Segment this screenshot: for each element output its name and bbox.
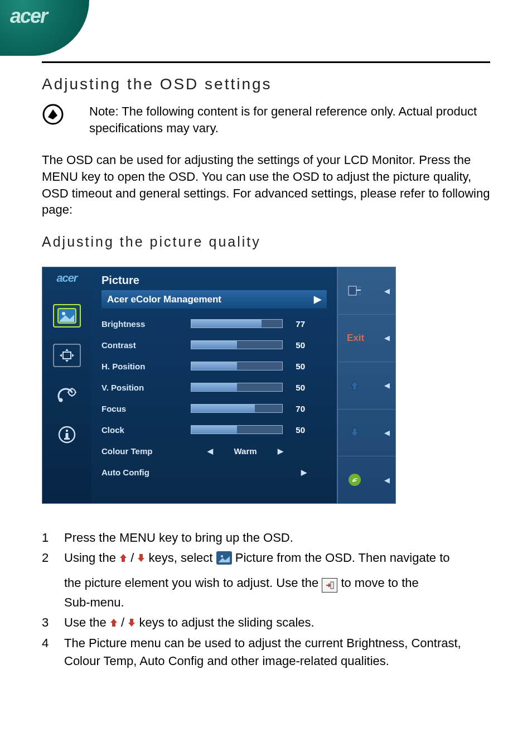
step-1-text: Press the MENU key to bring up the OSD. <box>64 529 490 547</box>
osd-submenu-ecolor[interactable]: Acer eColor Management ▶ <box>101 290 327 309</box>
osd-label: Clock <box>101 425 191 435</box>
osd-tab-picture[interactable] <box>53 304 81 328</box>
osd-btn-empower[interactable]: ◀ <box>338 456 395 503</box>
osd-value: 50 <box>288 425 305 435</box>
svg-rect-9 <box>349 286 356 295</box>
arrow-up-icon <box>347 379 362 392</box>
osd-brand: acer <box>56 272 77 285</box>
osd-row-hposition[interactable]: H. Position 50 <box>101 355 327 377</box>
horizontal-rule <box>42 61 490 63</box>
intro-paragraph: The OSD can be used for adjusting the se… <box>42 152 490 218</box>
osd-submenu-label: Acer eColor Management <box>107 294 221 305</box>
osd-value: 50 <box>288 383 305 392</box>
osd-value: 70 <box>288 404 305 413</box>
osd-tab-setting[interactable] <box>53 383 81 407</box>
osd-slider[interactable] <box>191 404 283 413</box>
caret-left-icon: ◀ <box>384 334 390 342</box>
page-title: Adjusting the OSD settings <box>42 75 490 93</box>
osd-panel: acer <box>42 267 396 504</box>
osd-slider[interactable] <box>191 319 283 328</box>
osd-value: 50 <box>288 362 305 371</box>
osd-title: Picture <box>101 272 327 290</box>
osd-slider[interactable] <box>191 425 283 434</box>
svg-rect-12 <box>331 582 333 589</box>
osd-row-contrast[interactable]: Contrast 50 <box>101 334 327 355</box>
exit-label: Exit <box>347 333 364 344</box>
empower-icon <box>347 473 362 487</box>
caret-left-icon: ◀ <box>384 287 390 295</box>
osd-slider[interactable] <box>191 362 283 370</box>
osd-tab-position[interactable] <box>53 344 81 367</box>
svg-point-10 <box>349 474 361 486</box>
arrow-down-icon <box>347 426 362 439</box>
arrow-down-icon <box>137 550 145 567</box>
svg-point-6 <box>66 430 68 432</box>
svg-rect-3 <box>63 352 71 359</box>
arrow-up-icon <box>110 614 118 632</box>
osd-btn-up[interactable]: ◀ <box>338 362 395 410</box>
osd-slider[interactable] <box>191 383 283 392</box>
chevron-right-icon[interactable]: ▶ <box>278 447 283 455</box>
osd-buttons: ◀ Exit ◀ ◀ ◀ <box>337 267 395 503</box>
arrow-down-icon <box>128 614 136 632</box>
step-4-text: The Picture menu can be used to adjust t… <box>64 634 490 670</box>
instruction-list: 1 Press the MENU key to bring up the OSD… <box>42 529 490 670</box>
arrow-up-icon <box>119 550 127 567</box>
svg-point-11 <box>221 555 223 557</box>
step-number: 4 <box>42 634 54 670</box>
osd-row-autoconfig[interactable]: Auto Config ▶ <box>101 461 327 483</box>
step-number: 1 <box>42 529 54 547</box>
step-3-text: Use the / keys to adjust the sliding sca… <box>64 614 490 632</box>
osd-row-clock[interactable]: Clock 50 <box>101 419 327 440</box>
osd-tabstrip: acer <box>42 267 91 503</box>
section-title: Adjusting the picture quality <box>42 234 490 250</box>
osd-btn-auto[interactable]: ◀ <box>338 267 395 315</box>
chevron-right-icon: ▶ <box>314 293 321 305</box>
chevron-left-icon[interactable]: ◀ <box>207 447 213 455</box>
osd-colourtemp-value: Warm <box>223 446 268 456</box>
enter-icon <box>322 578 337 593</box>
osd-value: 77 <box>288 319 305 329</box>
note-icon <box>42 103 64 128</box>
chevron-right-icon: ▶ <box>301 468 307 476</box>
osd-label: Auto Config <box>101 468 191 477</box>
osd-label: V. Position <box>101 383 191 392</box>
note-text: Note: The following content is for gener… <box>89 103 490 136</box>
osd-value: 50 <box>288 340 305 350</box>
osd-label: Brightness <box>101 319 191 329</box>
caret-left-icon: ◀ <box>384 381 390 389</box>
step-number: 3 <box>42 614 54 632</box>
osd-row-colourtemp[interactable]: Colour Temp ◀ Warm ▶ <box>101 440 327 461</box>
brand-logo: acer <box>10 4 47 28</box>
caret-left-icon: ◀ <box>384 428 390 437</box>
osd-label: H. Position <box>101 362 191 371</box>
osd-row-vposition[interactable]: V. Position 50 <box>101 377 327 398</box>
picture-icon <box>216 551 232 565</box>
osd-btn-down[interactable]: ◀ <box>338 410 395 457</box>
caret-left-icon: ◀ <box>384 476 390 484</box>
osd-row-focus[interactable]: Focus 70 <box>101 398 327 419</box>
osd-label: Focus <box>101 404 191 413</box>
osd-tab-info[interactable] <box>53 423 81 446</box>
osd-label: Colour Temp <box>101 446 191 456</box>
auto-icon <box>347 283 362 298</box>
svg-rect-8 <box>64 438 70 440</box>
osd-slider[interactable] <box>191 340 283 349</box>
step-2-text: Using the / keys, select Picture from th… <box>64 549 490 611</box>
step-number: 2 <box>42 549 54 611</box>
osd-label: Contrast <box>101 340 191 350</box>
osd-btn-exit[interactable]: Exit ◀ <box>338 315 395 362</box>
osd-body: Picture Acer eColor Management ▶ Brightn… <box>91 267 337 503</box>
osd-row-brightness[interactable]: Brightness 77 <box>101 313 327 334</box>
svg-point-4 <box>59 398 63 402</box>
svg-point-2 <box>62 312 65 315</box>
